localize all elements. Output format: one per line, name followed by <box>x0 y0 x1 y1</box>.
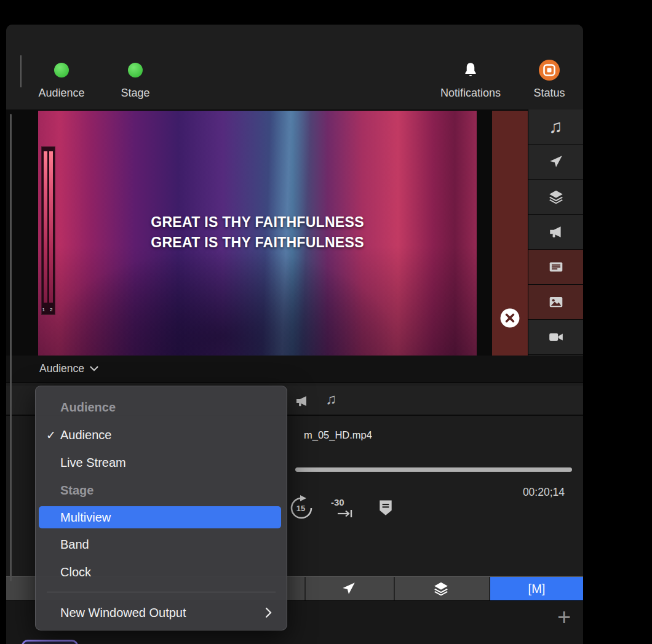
menu-item-band[interactable]: Band <box>36 533 287 555</box>
topbar-divider <box>20 55 22 87</box>
menu-header-stage: Stage <box>36 479 287 501</box>
clear-layer-strip <box>492 111 528 356</box>
multiview-segment-label: [M] <box>528 582 546 596</box>
marker-button[interactable] <box>377 499 394 518</box>
stage-output-label: Stage <box>121 87 149 100</box>
text-lines-icon <box>548 259 564 275</box>
vertical-scrollbar[interactable] <box>10 114 12 581</box>
megaphone-icon <box>548 224 564 240</box>
audio-meter-bar <box>44 151 47 303</box>
menu-header-audience: Audience <box>36 396 287 418</box>
topbar: Audience Stage Notifications <box>6 25 583 109</box>
menu-item-multiview[interactable]: Multiview <box>39 506 281 528</box>
image-icon <box>548 294 564 310</box>
megaphone-icon[interactable] <box>295 394 309 411</box>
preview-panel: GREAT IS THY FAITHFULNESS GREAT IS THY F… <box>6 109 583 356</box>
looks-layer-button[interactable] <box>528 180 583 215</box>
close-icon <box>500 308 520 328</box>
partial-bottom-button[interactable] <box>22 640 78 644</box>
notifications-label: Notifications <box>440 87 501 100</box>
menu-separator <box>47 592 276 592</box>
lyrics-text: GREAT IS THY FAITHFULNESS GREAT IS THY F… <box>38 212 477 253</box>
messages-layer-button[interactable] <box>528 250 583 285</box>
media-filename: m_05_HD.mp4 <box>304 429 372 441</box>
output-menu: Audience ✓ Audience Live Stream Stage Mu… <box>35 386 287 630</box>
layers-icon <box>433 581 449 597</box>
menu-item-audience[interactable]: ✓ Audience <box>36 424 287 446</box>
send-icon <box>548 154 564 170</box>
menu-item-new-windowed-output[interactable]: New Windowed Output <box>36 602 287 624</box>
audience-output-status[interactable]: Audience <box>31 59 92 100</box>
green-status-dot-icon <box>54 63 69 78</box>
segment-divider <box>394 577 395 600</box>
announcements-layer-button[interactable] <box>528 215 583 250</box>
music-note-icon[interactable]: ♫ <box>325 392 336 407</box>
arrow-to-bar-icon <box>337 509 354 518</box>
layers-icon <box>548 189 564 205</box>
audio-meter-channels: 1 2 <box>42 307 55 312</box>
media-progress-bar[interactable] <box>295 467 572 472</box>
layers-segment-button[interactable] <box>424 577 458 600</box>
lyrics-line-2: GREAT IS THY FAITHFULNESS <box>38 233 477 253</box>
green-status-dot-icon <box>128 63 143 78</box>
output-selector-label: Audience <box>39 362 84 375</box>
music-note-icon: ♫ <box>549 117 563 136</box>
video-camera-icon <box>548 329 564 345</box>
status-label: Status <box>533 87 565 100</box>
app-window: Audience Stage Notifications <box>6 25 583 644</box>
bell-icon <box>461 59 480 81</box>
multiview-segment-button[interactable]: [M] <box>490 577 583 600</box>
add-button[interactable]: + <box>550 602 578 632</box>
layer-toolbar: ♫ <box>528 109 583 356</box>
chevron-down-icon <box>90 366 98 372</box>
audience-output-selector[interactable]: Audience <box>6 356 583 383</box>
status-icon <box>539 59 560 81</box>
chevron-right-icon <box>265 607 272 618</box>
audio-meter: 1 2 <box>41 146 55 315</box>
menu-item-clock[interactable]: Clock <box>36 561 287 583</box>
props-layer-button[interactable] <box>528 145 583 180</box>
media-layer-button[interactable] <box>528 285 583 320</box>
send-segment-button[interactable] <box>332 577 365 600</box>
clear-button[interactable] <box>500 308 520 328</box>
notifications-button[interactable]: Notifications <box>409 59 532 100</box>
video-input-layer-button[interactable] <box>528 320 583 355</box>
segment-divider <box>304 577 306 600</box>
audience-output-label: Audience <box>38 87 84 100</box>
stage-output-status[interactable]: Stage <box>105 59 166 100</box>
send-icon <box>341 581 357 597</box>
lyrics-line-1: GREAT IS THY FAITHFULNESS <box>38 212 477 233</box>
media-timecode: 00:20;14 <box>523 486 565 499</box>
skip-back-30-button[interactable]: -30 <box>331 497 360 522</box>
output-preview: GREAT IS THY FAITHFULNESS GREAT IS THY F… <box>38 111 477 356</box>
audio-layer-button[interactable]: ♫ <box>528 109 583 145</box>
menu-item-live-stream[interactable]: Live Stream <box>36 451 287 474</box>
skip-forward-15-button[interactable]: 15 <box>288 495 315 522</box>
audio-meter-bar <box>49 151 53 303</box>
status-button[interactable]: Status <box>519 59 580 100</box>
tag-icon <box>378 499 393 517</box>
check-icon: ✓ <box>44 428 58 442</box>
